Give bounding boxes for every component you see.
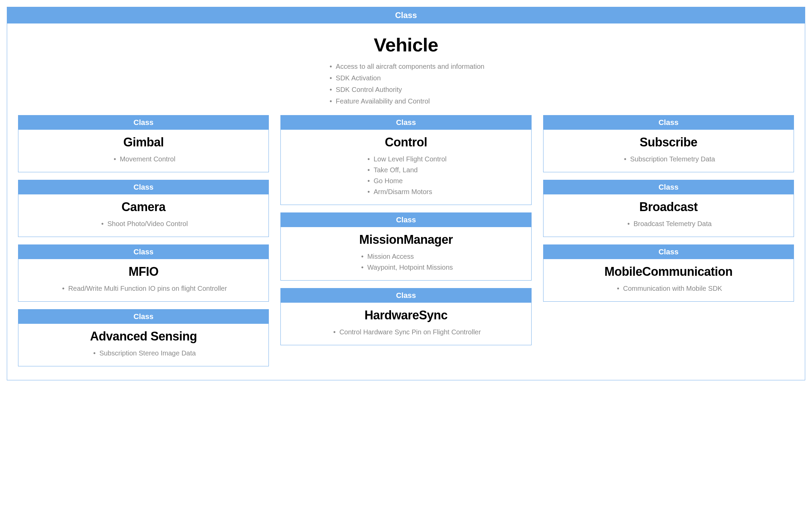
card-label: Class [18, 180, 269, 194]
card-bullet: Control Hardware Sync Pin on Flight Cont… [331, 327, 481, 337]
card-title: HardwareSync [288, 308, 524, 322]
vehicle-bullet: SDK Activation [328, 72, 485, 84]
card-label: Class [543, 245, 794, 259]
card-control: Class Control Low Level Flight Control T… [280, 115, 531, 205]
card-bullet: Shoot Photo/Video Control [99, 218, 188, 229]
card-title: MissionManager [288, 233, 524, 247]
card-missionmanager: Class MissionManager Mission Access Wayp… [280, 212, 531, 281]
vehicle-bullets: Access to all aircraft components and in… [328, 61, 485, 107]
card-hardwaresync: Class HardwareSync Control Hardware Sync… [280, 288, 531, 345]
card-bullet: Broadcast Telemetry Data [625, 218, 712, 229]
vehicle-class-diagram: Class Vehicle Access to all aircraft com… [7, 7, 805, 380]
card-label: Class [281, 288, 531, 303]
card-bullet: Waypoint, Hotpoint Missions [359, 262, 453, 273]
card-label: Class [281, 213, 531, 227]
card-bullet: Movement Control [112, 154, 175, 164]
column-right: Class Subscribe Subscription Telemetry D… [543, 115, 794, 366]
card-broadcast: Class Broadcast Broadcast Telemetry Data [543, 180, 794, 237]
card-bullet: Go Home [366, 175, 447, 186]
card-bullet: Arm/Disarm Motors [366, 186, 447, 197]
card-label: Class [18, 245, 269, 259]
columns-container: Class Gimbal Movement Control Class Came… [7, 115, 805, 380]
card-label: Class [18, 115, 269, 130]
card-bullet: Communication with Mobile SDK [615, 283, 722, 294]
card-title: MobileCommunication [550, 265, 787, 279]
card-advanced-sensing: Class Advanced Sensing Subscription Ster… [18, 309, 269, 366]
column-middle: Class Control Low Level Flight Control T… [280, 115, 531, 366]
card-label: Class [543, 115, 794, 130]
vehicle-title: Vehicle [7, 34, 805, 56]
outer-class-label: Class [7, 7, 805, 23]
card-bullet: Take Off, Land [366, 164, 447, 175]
card-bullet: Subscription Stereo Image Data [91, 348, 196, 359]
card-title: Advanced Sensing [25, 329, 262, 344]
card-bullet: Mission Access [359, 251, 453, 262]
card-title: MFIO [25, 265, 262, 279]
card-title: Gimbal [25, 135, 262, 149]
column-left: Class Gimbal Movement Control Class Came… [18, 115, 269, 366]
card-mfio: Class MFIO Read/Write Multi Function IO … [18, 244, 269, 302]
card-mobilecommunication: Class MobileCommunication Communication … [543, 244, 794, 302]
vehicle-bullet: SDK Control Authority [328, 84, 485, 95]
card-title: Subscribe [550, 135, 787, 149]
card-title: Broadcast [550, 200, 787, 214]
card-subscribe: Class Subscribe Subscription Telemetry D… [543, 115, 794, 172]
card-title: Control [288, 135, 524, 149]
card-title: Camera [25, 200, 262, 214]
card-gimbal: Class Gimbal Movement Control [18, 115, 269, 172]
card-label: Class [281, 115, 531, 130]
card-bullet: Subscription Telemetry Data [622, 154, 715, 164]
card-bullet: Read/Write Multi Function IO pins on fli… [60, 283, 227, 294]
vehicle-bullet: Access to all aircraft components and in… [328, 61, 485, 72]
card-label: Class [18, 309, 269, 324]
card-label: Class [543, 180, 794, 194]
card-bullet: Low Level Flight Control [366, 154, 447, 164]
card-camera: Class Camera Shoot Photo/Video Control [18, 180, 269, 237]
vehicle-section: Vehicle Access to all aircraft component… [7, 23, 805, 115]
vehicle-bullet: Feature Availability and Control [328, 95, 485, 107]
